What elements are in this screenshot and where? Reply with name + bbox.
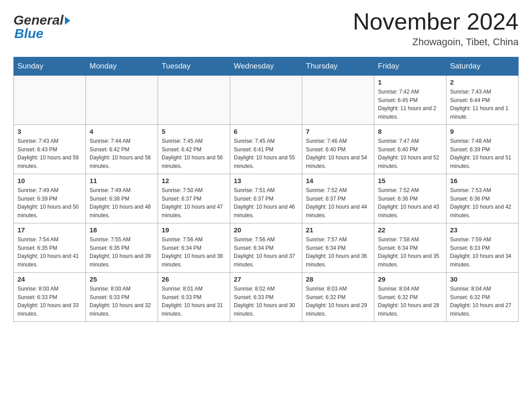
day-info: Sunrise: 8:00 AMSunset: 6:33 PMDaylight:… [90,285,154,318]
calendar-week-3: 10Sunrise: 7:49 AMSunset: 6:39 PMDayligh… [14,174,519,223]
day-number: 27 [234,275,298,283]
day-info: Sunrise: 7:56 AMSunset: 6:34 PMDaylight:… [162,235,226,269]
day-info: Sunrise: 7:57 AMSunset: 6:34 PMDaylight:… [306,235,370,269]
calendar-cell: 13Sunrise: 7:51 AMSunset: 6:37 PMDayligh… [230,174,302,223]
logo-blue-text: Blue [13,26,70,41]
title-section: November 2024 Zhowagoin, Tibet, China [353,9,519,48]
calendar-cell: 12Sunrise: 7:50 AMSunset: 6:37 PMDayligh… [158,174,230,223]
calendar-cell: 6Sunrise: 7:45 AMSunset: 6:41 PMDaylight… [230,125,302,174]
day-number: 26 [162,275,226,283]
calendar-cell [230,76,302,125]
day-info: Sunrise: 7:45 AMSunset: 6:42 PMDaylight:… [162,137,226,170]
day-info: Sunrise: 7:52 AMSunset: 6:36 PMDaylight:… [378,186,442,219]
weekday-header-saturday: Saturday [446,57,519,76]
day-number: 3 [17,128,82,135]
day-number: 25 [90,275,154,283]
weekday-header-monday: Monday [86,57,158,76]
day-info: Sunrise: 7:58 AMSunset: 6:34 PMDaylight:… [378,235,442,269]
calendar-week-4: 17Sunrise: 7:54 AMSunset: 6:35 PMDayligh… [14,223,519,273]
day-number: 28 [306,275,370,283]
day-info: Sunrise: 7:49 AMSunset: 6:38 PMDaylight:… [90,186,154,219]
day-info: Sunrise: 8:00 AMSunset: 6:33 PMDaylight:… [17,285,82,318]
page-header: General Blue November 2024 Zhowagoin, Ti… [13,9,519,48]
day-info: Sunrise: 7:43 AMSunset: 6:43 PMDaylight:… [17,137,82,170]
weekday-header-friday: Friday [374,57,446,76]
day-number: 18 [90,226,154,234]
day-info: Sunrise: 7:53 AMSunset: 6:36 PMDaylight:… [450,186,515,219]
calendar-cell: 24Sunrise: 8:00 AMSunset: 6:33 PMDayligh… [14,273,86,322]
day-number: 21 [306,226,370,234]
day-info: Sunrise: 7:46 AMSunset: 6:40 PMDaylight:… [306,137,370,170]
calendar-cell: 8Sunrise: 7:47 AMSunset: 6:40 PMDaylight… [374,125,446,174]
calendar-cell: 1Sunrise: 7:42 AMSunset: 6:45 PMDaylight… [374,76,446,125]
calendar-cell: 14Sunrise: 7:52 AMSunset: 6:37 PMDayligh… [302,174,374,223]
day-number: 14 [306,177,370,184]
day-number: 24 [17,275,82,283]
location-text: Zhowagoin, Tibet, China [353,36,519,48]
day-info: Sunrise: 7:51 AMSunset: 6:37 PMDaylight:… [234,186,298,219]
day-number: 15 [378,177,442,184]
day-number: 1 [378,78,442,86]
weekday-header-wednesday: Wednesday [230,57,302,76]
day-number: 7 [306,128,370,135]
day-info: Sunrise: 7:47 AMSunset: 6:40 PMDaylight:… [378,137,442,170]
day-number: 22 [378,226,442,234]
day-number: 29 [378,275,442,283]
day-info: Sunrise: 7:42 AMSunset: 6:45 PMDaylight:… [378,88,442,121]
calendar-week-2: 3Sunrise: 7:43 AMSunset: 6:43 PMDaylight… [14,125,519,174]
day-info: Sunrise: 7:56 AMSunset: 6:34 PMDaylight:… [234,235,298,269]
calendar-cell: 25Sunrise: 8:00 AMSunset: 6:33 PMDayligh… [86,273,158,322]
calendar-cell: 21Sunrise: 7:57 AMSunset: 6:34 PMDayligh… [302,223,374,273]
day-info: Sunrise: 7:59 AMSunset: 6:33 PMDaylight:… [450,235,515,269]
calendar-cell [302,76,374,125]
calendar-cell: 5Sunrise: 7:45 AMSunset: 6:42 PMDaylight… [158,125,230,174]
day-number: 20 [234,226,298,234]
day-number: 13 [234,177,298,184]
calendar-cell: 17Sunrise: 7:54 AMSunset: 6:35 PMDayligh… [14,223,86,273]
day-number: 6 [234,128,298,135]
calendar-cell: 27Sunrise: 8:02 AMSunset: 6:33 PMDayligh… [230,273,302,322]
calendar-table: SundayMondayTuesdayWednesdayThursdayFrid… [13,57,519,322]
weekday-header-thursday: Thursday [302,57,374,76]
calendar-cell: 2Sunrise: 7:43 AMSunset: 6:44 PMDaylight… [446,76,519,125]
day-number: 2 [450,78,515,86]
logo-general-text: General [13,13,64,28]
calendar-cell: 16Sunrise: 7:53 AMSunset: 6:36 PMDayligh… [446,174,519,223]
day-number: 23 [450,226,515,234]
day-info: Sunrise: 7:43 AMSunset: 6:44 PMDaylight:… [450,88,515,121]
calendar-cell: 18Sunrise: 7:55 AMSunset: 6:35 PMDayligh… [86,223,158,273]
day-number: 17 [17,226,82,234]
calendar-cell: 19Sunrise: 7:56 AMSunset: 6:34 PMDayligh… [158,223,230,273]
day-info: Sunrise: 7:45 AMSunset: 6:41 PMDaylight:… [234,137,298,170]
calendar-week-1: 1Sunrise: 7:42 AMSunset: 6:45 PMDaylight… [14,76,519,125]
day-number: 8 [378,128,442,135]
calendar-cell [14,76,86,125]
day-info: Sunrise: 7:44 AMSunset: 6:42 PMDaylight:… [90,137,154,170]
day-number: 16 [450,177,515,184]
calendar-week-5: 24Sunrise: 8:00 AMSunset: 6:33 PMDayligh… [14,273,519,322]
calendar-cell: 10Sunrise: 7:49 AMSunset: 6:39 PMDayligh… [14,174,86,223]
day-info: Sunrise: 8:03 AMSunset: 6:32 PMDaylight:… [306,285,370,318]
calendar-cell: 22Sunrise: 7:58 AMSunset: 6:34 PMDayligh… [374,223,446,273]
day-number: 5 [162,128,226,135]
day-info: Sunrise: 7:48 AMSunset: 6:39 PMDaylight:… [450,137,515,170]
day-info: Sunrise: 7:50 AMSunset: 6:37 PMDaylight:… [162,186,226,219]
day-info: Sunrise: 8:04 AMSunset: 6:32 PMDaylight:… [378,285,442,318]
weekday-header-row: SundayMondayTuesdayWednesdayThursdayFrid… [14,57,519,76]
calendar-cell: 29Sunrise: 8:04 AMSunset: 6:32 PMDayligh… [374,273,446,322]
day-info: Sunrise: 7:52 AMSunset: 6:37 PMDaylight:… [306,186,370,219]
day-info: Sunrise: 7:55 AMSunset: 6:35 PMDaylight:… [90,235,154,269]
weekday-header-sunday: Sunday [14,57,86,76]
calendar-cell: 23Sunrise: 7:59 AMSunset: 6:33 PMDayligh… [446,223,519,273]
day-info: Sunrise: 7:49 AMSunset: 6:39 PMDaylight:… [17,186,82,219]
day-info: Sunrise: 7:54 AMSunset: 6:35 PMDaylight:… [17,235,82,269]
calendar-cell: 3Sunrise: 7:43 AMSunset: 6:43 PMDaylight… [14,125,86,174]
day-info: Sunrise: 8:04 AMSunset: 6:32 PMDaylight:… [450,285,515,318]
calendar-cell [158,76,230,125]
day-number: 19 [162,226,226,234]
day-info: Sunrise: 8:01 AMSunset: 6:33 PMDaylight:… [162,285,226,318]
calendar-cell: 4Sunrise: 7:44 AMSunset: 6:42 PMDaylight… [86,125,158,174]
day-number: 11 [90,177,154,184]
calendar-cell: 20Sunrise: 7:56 AMSunset: 6:34 PMDayligh… [230,223,302,273]
calendar-cell [86,76,158,125]
